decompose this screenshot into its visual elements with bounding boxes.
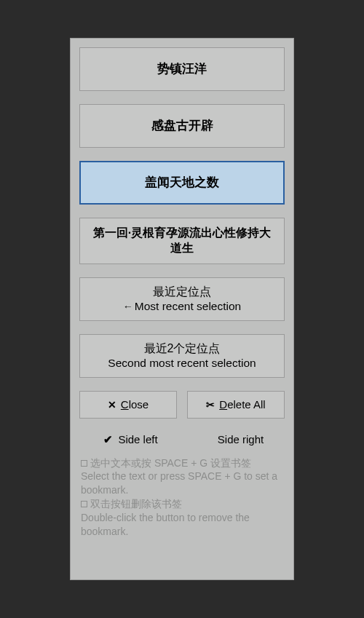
hint-2: 双击按钮删除该书签 <box>81 497 283 511</box>
side-left-label: Side left <box>118 433 157 445</box>
bookmark-label: 盖闻天地之数 <box>145 175 219 191</box>
side-selector: ✔ Side left Side right <box>79 433 285 446</box>
close-button[interactable]: ✕ Close <box>79 391 177 419</box>
bookmark-item-selected[interactable]: 盖闻天地之数 <box>79 161 285 205</box>
bookmark-item[interactable]: 第一回·灵根育孕源流出心性修持大道生 <box>79 218 285 264</box>
second-most-recent-selection[interactable]: 最近2个定位点 Second most recent selection <box>79 334 285 378</box>
side-right-label: Side right <box>218 433 264 445</box>
delete-all-button-label: Delete All <box>219 398 265 411</box>
scissors-icon: ✂ <box>206 399 215 411</box>
arrow-left-icon: ← <box>123 301 133 312</box>
recent-label-en: ←Most recent selection <box>123 299 241 314</box>
side-right-option[interactable]: Side right <box>182 433 285 446</box>
bookmark-label: 势镇汪洋 <box>157 61 207 77</box>
hints-block: 选中文本或按 SPACE + G 设置书签 Select the text or… <box>79 456 285 539</box>
bookmark-label: 感盘古开辟 <box>151 118 213 134</box>
close-button-label: Close <box>121 398 149 411</box>
bookmark-item[interactable]: 感盘古开辟 <box>79 104 285 148</box>
hint-1: 选中文本或按 SPACE + G 设置书签 <box>81 456 283 470</box>
delete-all-button[interactable]: ✂ Delete All <box>187 391 285 419</box>
recent-label-cn: 最近定位点 <box>153 285 211 299</box>
action-button-row: ✕ Close ✂ Delete All <box>79 391 285 419</box>
bookmark-item[interactable]: 势镇汪洋 <box>79 47 285 91</box>
checkbox-icon <box>81 460 87 467</box>
hint-2-en: Double-click the button to remove the bo… <box>81 511 283 539</box>
side-left-option[interactable]: ✔ Side left <box>79 433 182 446</box>
recent-label-cn: 最近2个定位点 <box>144 341 221 356</box>
bookmarks-panel: 势镇汪洋 感盘古开辟 盖闻天地之数 第一回·灵根育孕源流出心性修持大道生 最近定… <box>70 38 294 580</box>
bookmark-label: 第一回·灵根育孕源流出心性修持大道生 <box>89 226 275 256</box>
hint-1-en: Select the text or press SPACE + G to se… <box>81 470 283 497</box>
close-icon: ✕ <box>108 399 116 411</box>
recent-label-en: Second most recent selection <box>108 356 256 370</box>
check-icon: ✔ <box>103 433 114 446</box>
checkbox-icon <box>81 501 87 507</box>
most-recent-selection[interactable]: 最近定位点 ←Most recent selection <box>79 277 285 321</box>
